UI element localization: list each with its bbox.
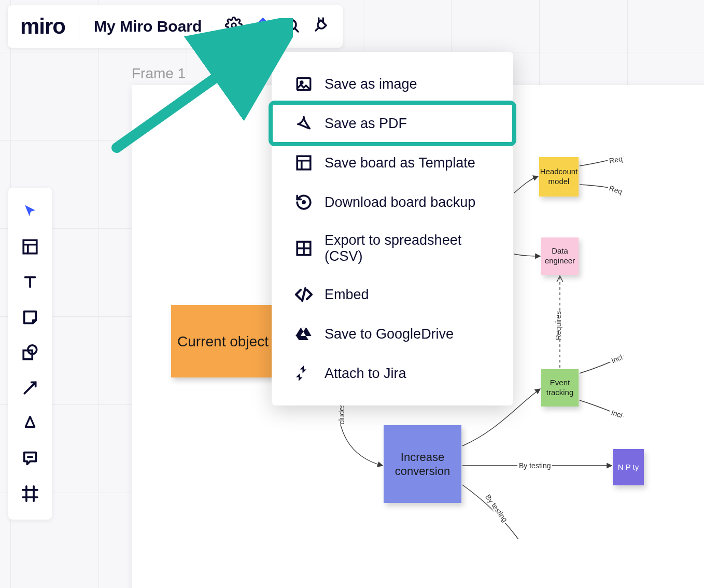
export-button[interactable] (250, 14, 275, 39)
menu-save-as-pdf[interactable]: Save as PDF (272, 104, 513, 143)
frame-tool[interactable] (15, 479, 46, 510)
svg-rect-6 (297, 156, 311, 170)
frame-label: Frame 1 (132, 65, 186, 82)
sticky-current-objective[interactable]: Current object (171, 305, 275, 377)
templates-tool[interactable] (15, 232, 46, 263)
svg-rect-9 (23, 240, 37, 254)
sticky-text: Data engineer (544, 246, 575, 266)
divider (79, 14, 79, 39)
sticky-increase-conversion[interactable]: Increase conversion (384, 425, 461, 503)
backup-icon (294, 193, 313, 212)
edge-label: By testing (517, 461, 552, 470)
sticky-text: Current object (177, 332, 269, 351)
sticky-tool[interactable] (15, 303, 46, 334)
menu-item-label: Save as PDF (325, 116, 407, 132)
menu-item-label: Download board backup (325, 194, 475, 211)
image-icon (294, 75, 313, 93)
svg-point-0 (232, 23, 236, 28)
select-tool[interactable] (15, 197, 46, 228)
sticky-data-engineer[interactable]: Data engineer (541, 237, 579, 275)
svg-point-5 (301, 81, 303, 83)
pdf-icon (294, 114, 313, 133)
plug-icon (312, 17, 330, 36)
arrow-tool[interactable] (15, 373, 46, 404)
svg-point-7 (303, 201, 305, 203)
spreadsheet-icon (294, 239, 313, 258)
edge-label: Requires (553, 311, 564, 340)
left-toolbar (8, 188, 52, 520)
pen-icon (22, 414, 38, 434)
upload-icon (254, 17, 272, 36)
menu-item-label: Save as image (325, 76, 417, 92)
export-menu: Save as image Save as PDF Save board as … (272, 52, 513, 405)
comment-tool[interactable] (15, 444, 46, 475)
search-button[interactable] (279, 14, 304, 39)
menu-export-csv[interactable]: Export to spreadsheet (CSV) (272, 222, 513, 275)
sticky-partial-right[interactable]: N P ty (613, 449, 644, 485)
search-icon (284, 17, 300, 36)
cursor-icon (22, 204, 38, 221)
sticky-text: Headcount model (540, 167, 578, 187)
sticky-event-tracking[interactable]: Event tracking (541, 369, 579, 407)
text-tool[interactable] (15, 268, 46, 299)
menu-save-as-image[interactable]: Save as image (272, 64, 513, 104)
pen-tool[interactable] (15, 409, 46, 440)
miro-logo[interactable]: miro (20, 14, 65, 39)
embed-icon (294, 285, 313, 304)
menu-download-backup[interactable]: Download board backup (272, 183, 513, 222)
menu-attach-jira[interactable]: Attach to Jira (272, 354, 513, 393)
sticky-note-icon (21, 309, 39, 328)
top-bar: miro My Miro Board (8, 5, 343, 48)
menu-save-template[interactable]: Save board as Template (272, 143, 513, 183)
sticky-headcount-model[interactable]: Headcount model (539, 157, 579, 197)
template-icon (294, 153, 313, 172)
sticky-text: Event tracking (544, 378, 575, 398)
arrow-icon (22, 380, 38, 398)
sticky-text: N P ty (618, 463, 639, 472)
menu-embed[interactable]: Embed (272, 275, 513, 314)
board-title[interactable]: My Miro Board (94, 18, 202, 35)
frame-icon (21, 485, 39, 505)
settings-button[interactable] (221, 14, 246, 39)
gear-icon (225, 17, 243, 36)
menu-item-label: Export to spreadsheet (CSV) (325, 232, 490, 264)
template-icon (21, 238, 39, 258)
menu-item-label: Save board as Template (325, 155, 475, 171)
plugin-button[interactable] (308, 14, 333, 39)
menu-save-google-drive[interactable]: Save to GoogleDrive (272, 314, 513, 354)
menu-item-label: Save to GoogleDrive (325, 326, 454, 342)
shape-tool[interactable] (15, 338, 46, 369)
sticky-text: Increase conversion (387, 450, 458, 479)
menu-item-label: Attach to Jira (325, 366, 406, 382)
edge-label: cludes (336, 403, 347, 424)
menu-item-label: Embed (325, 287, 369, 303)
google-drive-icon (294, 325, 313, 343)
text-icon (22, 274, 38, 292)
shape-icon (21, 344, 39, 363)
jira-icon (294, 364, 313, 383)
comment-icon (21, 450, 39, 469)
